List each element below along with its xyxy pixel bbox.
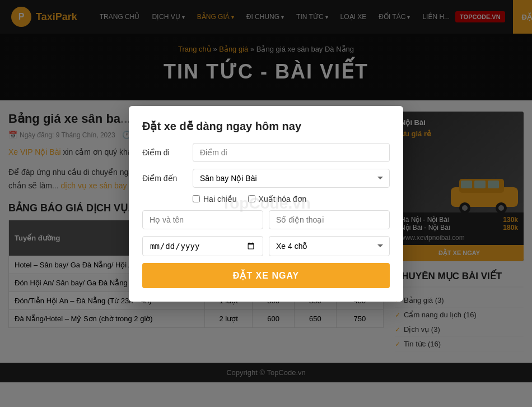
diem-di-row: Điểm đi — [142, 143, 390, 162]
diem-den-row: Điểm đến Sân bay Nội Bài Sân bay Đà Nẵng… — [142, 169, 390, 188]
checkbox-hai-chieu-label[interactable]: Hai chiều — [193, 195, 237, 203]
submit-book-button[interactable]: ĐẶT XE NGAY — [142, 263, 390, 288]
name-phone-row — [142, 210, 390, 229]
modal-overlay[interactable]: TopCode.vn Đặt xe dễ dàng ngay hôm nay Đ… — [0, 0, 532, 382]
checkbox-row: Hai chiều Xuất hóa đơn — [193, 195, 390, 203]
diem-di-label: Điểm đi — [142, 148, 187, 157]
so-dien-thoai-input[interactable] — [269, 210, 390, 229]
date-xe-row: Xe 4 chỗ Xe 7 chỗ Xe 16 chỗ — [142, 236, 390, 256]
diem-den-label: Điểm đến — [142, 174, 187, 183]
checkbox-xuat-hoa-don-label[interactable]: Xuất hóa đơn — [248, 195, 307, 203]
booking-modal: TopCode.vn Đặt xe dễ dàng ngay hôm nay Đ… — [129, 106, 403, 302]
checkbox-hai-chieu[interactable] — [193, 195, 200, 202]
diem-den-select[interactable]: Sân bay Nội Bài Sân bay Đà Nẵng Sân bay … — [193, 169, 390, 188]
modal-title: Đặt xe dễ dàng ngay hôm nay — [142, 119, 390, 133]
checkbox-xuat-hoa-don[interactable] — [248, 195, 255, 202]
xe-loai-select[interactable]: Xe 4 chỗ Xe 7 chỗ Xe 16 chỗ — [269, 236, 390, 256]
ho-va-ten-input[interactable] — [142, 210, 263, 229]
diem-di-input[interactable] — [193, 143, 390, 162]
date-input[interactable] — [142, 236, 263, 256]
